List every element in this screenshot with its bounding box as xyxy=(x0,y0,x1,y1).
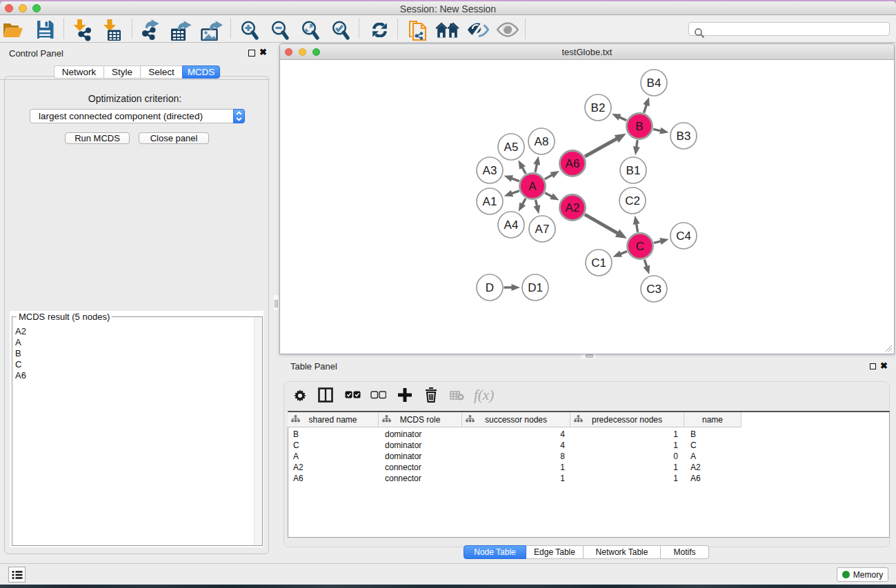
svg-text:A7: A7 xyxy=(535,223,550,236)
svg-text:A8: A8 xyxy=(535,135,549,148)
svg-text:D1: D1 xyxy=(528,281,543,294)
svg-text:B: B xyxy=(635,120,643,133)
svg-text:A: A xyxy=(528,180,537,193)
svg-text:C1: C1 xyxy=(591,256,606,270)
svg-text:A4: A4 xyxy=(504,219,519,232)
svg-text:B1: B1 xyxy=(626,164,641,177)
svg-text:A2: A2 xyxy=(566,201,580,214)
svg-text:C4: C4 xyxy=(676,230,691,243)
svg-text:C3: C3 xyxy=(646,283,661,296)
svg-text:A6: A6 xyxy=(566,157,580,170)
svg-text:A3: A3 xyxy=(483,164,497,177)
svg-text:A5: A5 xyxy=(504,141,519,154)
svg-text:A1: A1 xyxy=(483,195,497,208)
svg-text:B4: B4 xyxy=(647,77,661,90)
svg-text:C: C xyxy=(636,240,644,253)
svg-text:C2: C2 xyxy=(625,194,640,207)
svg-text:B2: B2 xyxy=(591,101,606,114)
svg-text:B3: B3 xyxy=(677,130,691,143)
svg-text:D: D xyxy=(486,281,494,294)
